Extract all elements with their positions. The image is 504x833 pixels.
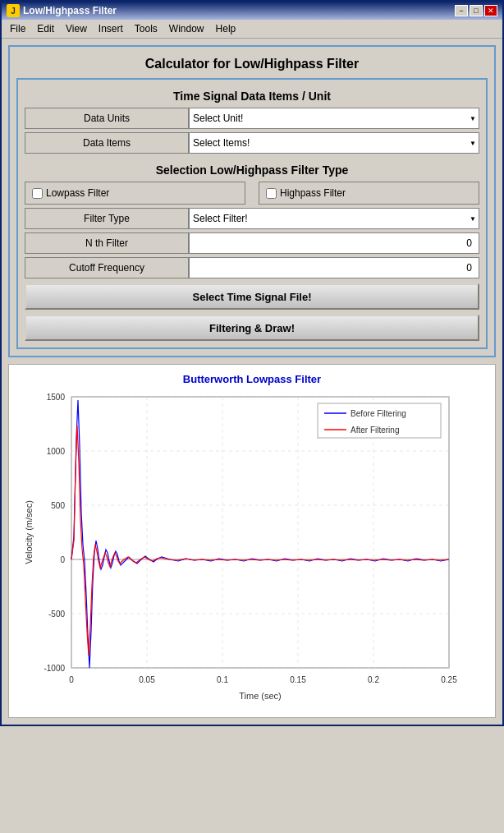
menu-tools[interactable]: Tools — [130, 21, 163, 36]
filter-type-select-wrapper[interactable]: Select Filter! — [189, 208, 479, 229]
data-items-label: Data Items — [25, 132, 189, 154]
svg-text:0.25: 0.25 — [441, 675, 457, 684]
menu-edit[interactable]: Edit — [32, 21, 59, 36]
chart-area: Butterworth Lowpass Filter 1 — [8, 364, 496, 718]
window-controls: − □ ✕ — [455, 5, 497, 16]
nth-filter-input[interactable] — [189, 232, 479, 254]
menu-file[interactable]: File — [5, 21, 30, 36]
chart-title: Butterworth Lowpass Filter — [17, 373, 487, 385]
highpass-checkbox-group: Highpass Filter — [259, 182, 479, 205]
highpass-checkbox[interactable] — [266, 188, 277, 199]
window-title: Low/Highpass Filter — [23, 5, 455, 16]
cutoff-freq-input[interactable] — [189, 257, 479, 278]
svg-text:1000: 1000 — [47, 447, 66, 456]
minimize-button[interactable]: − — [455, 5, 468, 16]
menu-bar: File Edit View Insert Tools Window Help — [2, 20, 502, 39]
data-items-row: Data Items Select Items! — [25, 132, 479, 154]
menu-view[interactable]: View — [61, 21, 92, 36]
data-units-label: Data Units — [25, 108, 189, 129]
svg-text:0: 0 — [69, 675, 74, 684]
cutoff-freq-label: Cutoff Frequency — [25, 257, 189, 278]
svg-text:0.2: 0.2 — [368, 675, 379, 684]
main-content: Calculator for Low/Highpass Filter Time … — [2, 39, 502, 725]
title-bar: J Low/Highpass Filter − □ ✕ — [2, 2, 502, 20]
filter-type-row: Filter Type Select Filter! — [25, 208, 479, 229]
svg-text:0: 0 — [60, 555, 65, 564]
highpass-label: Highpass Filter — [280, 187, 346, 199]
filter-type-label: Filter Type — [25, 208, 189, 229]
svg-text:0.05: 0.05 — [139, 675, 155, 684]
chart-svg: 1500 1000 500 0 -500 -1000 0 0.05 0.1 0.… — [22, 389, 482, 709]
svg-text:-1000: -1000 — [44, 664, 65, 673]
svg-text:1500: 1500 — [47, 393, 66, 402]
svg-text:Before Filtering: Before Filtering — [351, 409, 406, 418]
lowpass-checkbox[interactable] — [32, 188, 43, 199]
filter-type-section-title: Selection Low/Highpass Filter Type — [25, 157, 479, 182]
svg-text:0.1: 0.1 — [217, 675, 228, 684]
svg-text:Velocity (m/sec): Velocity (m/sec) — [24, 500, 34, 564]
cutoff-freq-row: Cutoff Frequency — [25, 257, 479, 278]
lowpass-checkbox-group: Lowpass Filter — [25, 182, 245, 205]
select-file-button[interactable]: Select Time Signal File! — [25, 283, 479, 310]
close-button[interactable]: ✕ — [484, 5, 497, 16]
menu-help[interactable]: Help — [211, 21, 241, 36]
calculator-title: Calculator for Low/Highpass Filter — [16, 53, 488, 78]
svg-text:After Filtering: After Filtering — [351, 426, 399, 435]
filter-type-select[interactable]: Select Filter! — [189, 208, 479, 229]
main-window: J Low/Highpass Filter − □ ✕ File Edit Vi… — [0, 0, 504, 726]
lowpass-label: Lowpass Filter — [46, 187, 109, 199]
filter-draw-button[interactable]: Filtering & Draw! — [25, 315, 479, 341]
data-units-row: Data Units Select Unit! — [25, 108, 479, 129]
time-signal-section-title: Time Signal Data Items / Unit — [25, 86, 479, 108]
menu-insert[interactable]: Insert — [94, 21, 128, 36]
nth-filter-label: N th Filter — [25, 232, 189, 254]
svg-text:500: 500 — [51, 501, 65, 510]
svg-text:-500: -500 — [48, 610, 65, 619]
svg-text:Time (sec): Time (sec) — [239, 691, 282, 701]
menu-window[interactable]: Window — [164, 21, 209, 36]
data-items-select-wrapper[interactable]: Select Items! — [189, 132, 479, 154]
nth-filter-row: N th Filter — [25, 232, 479, 254]
app-icon: J — [7, 4, 20, 17]
maximize-button[interactable]: □ — [470, 5, 483, 16]
filter-checkboxes-row: Lowpass Filter Highpass Filter — [25, 182, 479, 205]
data-units-select[interactable]: Select Unit! — [189, 108, 479, 129]
data-items-select[interactable]: Select Items! — [189, 132, 479, 154]
data-units-select-wrapper[interactable]: Select Unit! — [189, 108, 479, 129]
svg-text:0.15: 0.15 — [290, 675, 306, 684]
top-panel: Calculator for Low/Highpass Filter Time … — [8, 45, 496, 357]
inner-panel: Time Signal Data Items / Unit Data Units… — [16, 78, 488, 349]
